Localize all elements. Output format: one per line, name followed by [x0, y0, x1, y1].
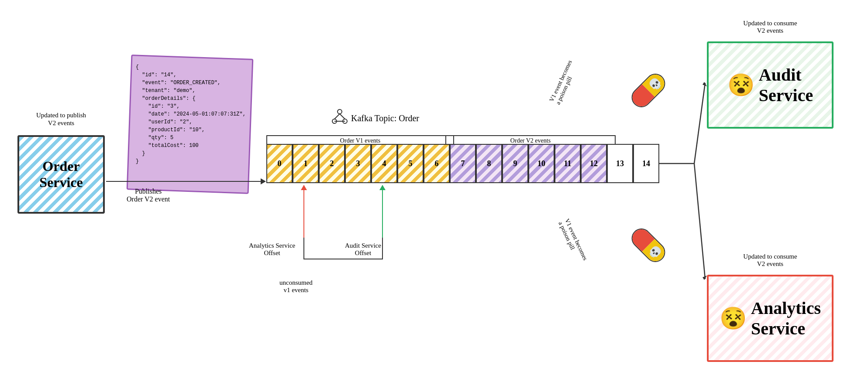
cell-12: 12 [581, 144, 607, 183]
kafka-icon [332, 109, 348, 128]
arrow-order-to-queue [106, 181, 265, 182]
cell-1: 1 [293, 144, 319, 183]
cell-2: 2 [319, 144, 345, 183]
poison-pill-analytics-label: V1 event becomes a poison pill [557, 218, 589, 264]
svg-point-0 [338, 109, 342, 114]
unconsumed-label: unconsumed v1 events [279, 279, 313, 294]
cell-9: 9 [502, 144, 528, 183]
audit-service-inner: 😵 AuditService [727, 65, 813, 106]
unconsumed-bracket [303, 238, 383, 259]
analytics-offset-arrow [303, 185, 304, 238]
updated-label-audit: Updated to consume V2 events [707, 20, 834, 34]
analytics-service-box: 😵 AnalyticsService [707, 275, 834, 362]
queue-cells: 0 1 2 3 4 5 6 7 8 9 10 11 12 13 14 [266, 144, 659, 183]
analytics-offset-label: Analytics Service Offset [249, 242, 295, 257]
updated-label-analytics: Updated to consume V2 events [707, 253, 834, 268]
cell-4: 4 [371, 144, 397, 183]
cell-8: 8 [476, 144, 502, 183]
audit-service-title: AuditService [759, 65, 813, 106]
analytics-service-emoji: 😵 [720, 306, 747, 331]
svg-marker-8 [703, 82, 707, 86]
poison-pill-audit-label: V1 event becomes a poison pill [548, 59, 580, 106]
svg-line-4 [340, 114, 345, 119]
svg-line-7 [694, 83, 705, 164]
cell-3: 3 [345, 144, 371, 183]
poison-pill-audit: 💀 [627, 70, 669, 111]
kafka-label: Kafka Topic: Order [332, 109, 419, 128]
order-service-title: OrderService [39, 158, 83, 191]
cell-14: 14 [633, 144, 659, 183]
v1-label-bracket: Order V1 events [266, 135, 454, 144]
kafka-topic-label: Kafka Topic: Order [351, 113, 419, 123]
v2-label-bracket: Order V2 events [445, 135, 616, 144]
audit-service-emoji: 😵 [727, 72, 754, 98]
cell-0: 0 [266, 144, 293, 183]
cell-6: 6 [424, 144, 450, 183]
analytics-service-inner: 😵 AnalyticsService [720, 298, 821, 339]
json-box: { "id": "14", "event": "ORDER_CREATED", … [127, 55, 254, 194]
publishes-label: Publishes Order V2 event [127, 188, 170, 203]
cell-5: 5 [397, 144, 424, 183]
order-service-label: Updated to publish V2 events [17, 111, 105, 127]
svg-line-9 [694, 164, 705, 279]
cell-10: 10 [528, 144, 555, 183]
json-content: { "id": "14", "event": "ORDER_CREATED", … [136, 63, 245, 165]
analytics-service-title: AnalyticsService [751, 298, 821, 339]
svg-line-3 [334, 114, 340, 119]
audit-service-box: 😵 AuditService [707, 41, 834, 129]
cell-11: 11 [555, 144, 581, 183]
cell-7: 7 [450, 144, 476, 183]
order-service-box: OrderService [17, 135, 105, 214]
diagram-container: Updated to publish V2 events OrderServic… [0, 0, 868, 375]
svg-marker-10 [703, 276, 707, 280]
audit-offset-arrow [382, 185, 383, 238]
cell-13: 13 [607, 144, 633, 183]
poison-pill-analytics: 💀 [627, 225, 669, 266]
